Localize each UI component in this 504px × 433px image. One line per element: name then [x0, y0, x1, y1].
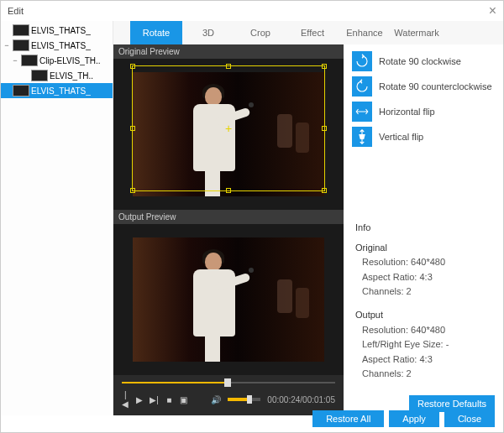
seek-slider[interactable] — [122, 380, 335, 385]
rotate-option[interactable]: Horizontal flip — [352, 102, 495, 122]
tree-item[interactable]: −ELVIS_THATS_ — [1, 38, 113, 53]
prev-frame-icon[interactable]: |◀ — [122, 390, 129, 409]
volume-icon[interactable]: 🔊 — [211, 395, 221, 404]
window-title: Edit — [8, 6, 24, 16]
tree-item[interactable]: ELVIS_THATS_ — [1, 23, 113, 38]
thumbnail-icon — [13, 24, 29, 36]
tree-label: ELVIS_THATS_ — [31, 26, 91, 35]
info-row: Left/Right Eye Size: - — [355, 337, 449, 352]
close-icon[interactable]: × — [489, 3, 496, 18]
preview-column: Original Preview + Output Preview — [113, 44, 344, 415]
tab-enhance[interactable]: Enhance — [339, 21, 391, 44]
tree-label: ELVIS_THATS_ — [31, 86, 91, 96]
info-output-title: Output — [355, 308, 449, 323]
tree-label: ELVIS_TH.. — [50, 71, 93, 81]
flip-v-icon[interactable] — [352, 127, 372, 147]
tree-item[interactable]: ELVIS_TH.. — [1, 68, 113, 83]
snapshot-icon[interactable]: ▣ — [180, 395, 187, 404]
thumbnail-icon — [31, 70, 48, 81]
rotate-label: Rotate 90 counterclockwise — [379, 81, 492, 91]
volume-slider[interactable] — [228, 398, 260, 401]
rotate-label: Vertical flip — [379, 132, 423, 142]
tab-3d[interactable]: 3D — [182, 21, 234, 44]
rot-cw-icon[interactable] — [352, 51, 372, 71]
tree-label: ELVIS_THATS_ — [31, 41, 91, 50]
rotate-label: Horizontal flip — [379, 107, 435, 117]
restore-defaults-button[interactable]: Restore Defaults — [409, 395, 495, 412]
rot-ccw-icon[interactable] — [352, 76, 372, 97]
apply-button[interactable]: Apply — [389, 410, 439, 427]
tab-crop[interactable]: Crop — [234, 21, 286, 44]
thumbnail-icon — [21, 55, 38, 66]
info-row: Channels: 2 — [355, 284, 449, 300]
rotate-option[interactable]: Rotate 90 clockwise — [352, 51, 495, 71]
tree-item[interactable]: −Clip-ELVIS_TH.. — [1, 53, 113, 68]
tree-item[interactable]: ELVIS_THATS_ — [1, 83, 113, 98]
rotate-option[interactable]: Vertical flip — [352, 127, 495, 147]
time-display: 00:00:24/00:01:05 — [267, 395, 335, 404]
player-controls: |◀ ▶ ▶| ■ ▣ 🔊 00:00:24/00:01:05 — [113, 375, 344, 415]
info-row: Aspect Ratio: 4:3 — [355, 352, 449, 368]
rotate-option[interactable]: Rotate 90 counterclockwise — [352, 76, 495, 97]
tree-toggle-icon[interactable]: − — [11, 56, 19, 65]
info-row: Resolution: 640*480 — [355, 323, 449, 338]
restore-all-button[interactable]: Restore All — [312, 410, 384, 427]
flip-h-icon[interactable] — [352, 102, 372, 122]
original-preview-label: Original Preview — [113, 44, 344, 59]
info-row: Resolution: 640*480 — [355, 255, 449, 270]
file-tree: ELVIS_THATS_−ELVIS_THATS_−Clip-ELVIS_TH.… — [1, 21, 113, 415]
thumbnail-icon — [13, 85, 29, 97]
stop-icon[interactable]: ■ — [165, 395, 173, 404]
footer-buttons: Restore All Apply Close — [312, 410, 495, 427]
close-button[interactable]: Close — [444, 410, 495, 427]
info-original-title: Original — [355, 241, 449, 256]
original-preview[interactable]: + — [113, 59, 344, 210]
tab-effect[interactable]: Effect — [286, 21, 339, 44]
info-row: Aspect Ratio: 4:3 — [355, 270, 449, 285]
output-preview-label: Output Preview — [113, 210, 344, 224]
tree-label: Clip-ELVIS_TH.. — [39, 56, 101, 65]
tab-bar: Rotate3DCropEffectEnhanceWatermark — [113, 21, 503, 44]
next-frame-icon[interactable]: ▶| — [150, 395, 159, 404]
tab-watermark[interactable]: Watermark — [391, 21, 443, 44]
tree-toggle-icon[interactable]: − — [3, 41, 11, 50]
info-header: Info — [355, 221, 449, 236]
info-row: Channels: 2 — [355, 367, 449, 382]
options-panel: Rotate 90 clockwiseRotate 90 countercloc… — [344, 44, 503, 415]
info-block: Info Original Resolution: 640*480 Aspect… — [355, 221, 449, 382]
title-bar: Edit × — [1, 1, 503, 21]
thumbnail-icon — [13, 39, 29, 51]
output-preview — [113, 224, 344, 375]
tab-rotate[interactable]: Rotate — [130, 21, 182, 44]
play-icon[interactable]: ▶ — [136, 395, 144, 404]
rotate-label: Rotate 90 clockwise — [379, 56, 461, 66]
